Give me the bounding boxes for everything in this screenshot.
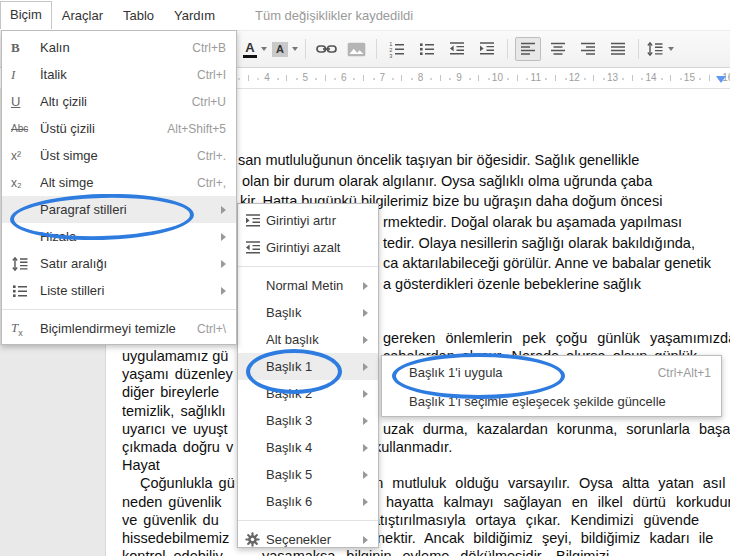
menu-item-baslik[interactable]: Başlık: [238, 299, 378, 326]
increase-indent-button[interactable]: [474, 37, 500, 61]
menu-item-alti-cizili[interactable]: UAltı çiziliCtrl+U: [2, 88, 236, 115]
menu-separator: [238, 266, 378, 267]
toolbar-separator: [376, 39, 377, 59]
format-menu: BKalınCtrl+BIİtalikCtrl+IUAltı çiziliCtr…: [1, 30, 237, 345]
menu-item-alt-baslik[interactable]: Alt başlık: [238, 326, 378, 353]
menu-item-kalin[interactable]: BKalınCtrl+B: [2, 34, 236, 61]
ruler-number: 7: [379, 72, 385, 83]
menu-shortcut-label: Ctrl+U: [192, 95, 236, 109]
menu-item-girintiyi-artir[interactable]: Girintiyi artır: [238, 207, 378, 234]
menu-item-secenekler[interactable]: Seçenekler: [238, 526, 378, 553]
ruler-number: 4: [264, 72, 270, 83]
text-color-icon: A: [243, 41, 257, 58]
align-justify-button[interactable]: [605, 37, 631, 61]
underline-icon: U: [2, 94, 40, 109]
document-text-line: olan bir durum olarak algılanır. Oysa sa…: [242, 173, 652, 189]
insert-link-button[interactable]: [313, 37, 339, 61]
menu-item-baslik-1[interactable]: Başlık 1: [238, 353, 378, 380]
save-status-label: Tüm değişiklikler kaydedildi: [255, 8, 413, 23]
submenu-arrow-icon: [363, 471, 368, 479]
dropdown-arrow-icon: [261, 47, 267, 51]
menu-item-label: Başlık 3: [266, 413, 363, 428]
ruler-tick: [248, 75, 249, 81]
menu-item-bicimlendirmeyi-temizle[interactable]: TxBiçimlendirmeyi temizleCtrl+\: [2, 315, 236, 342]
document-text-line: gereken önlemlerin pek çoğu günlük yaşam…: [383, 330, 730, 346]
insert-image-button[interactable]: [343, 37, 369, 61]
dropdown-arrow-icon: [292, 47, 298, 51]
menu-item-baslik-6[interactable]: Başlık 6: [238, 488, 378, 515]
menu-bar: BiçimAraçlarTabloYardımTüm değişiklikler…: [0, 0, 730, 30]
bulleted-list-button[interactable]: [414, 37, 440, 61]
menu-item-label: Altı çizili: [40, 94, 192, 109]
menu-item-label: Girintiyi artır: [266, 213, 378, 228]
menu-item-normal-metin[interactable]: Normal Metin: [238, 272, 378, 299]
align-right-button[interactable]: [575, 37, 601, 61]
ruler-tick: [478, 75, 479, 81]
menu-item-girintiyi-azalt[interactable]: Girintiyi azalt: [238, 234, 378, 261]
document-text-line: a gösterdikleri özenle bebeklerine sağlı…: [383, 276, 641, 292]
menubar-item-araclar[interactable]: Araçlar: [52, 2, 113, 29]
menu-item-label: Satır aralığı: [40, 256, 221, 271]
menu-item-i-talik[interactable]: IİtalikCtrl+I: [2, 61, 236, 88]
menu-item-satir-araligi[interactable]: Satır aralığı: [2, 250, 236, 277]
menu-item-baslik-4[interactable]: Başlık 4: [238, 434, 378, 461]
superscript-icon: x²: [2, 149, 40, 163]
ruler-tick: [526, 78, 528, 80]
menu-item-baslik-1-i-uygula[interactable]: Başlık 1'i uygulaCtrl+Alt+1: [382, 358, 721, 387]
menu-item-liste-stilleri[interactable]: Liste stilleri: [2, 277, 236, 304]
heading1-submenu: Başlık 1'i uygulaCtrl+Alt+1Başlık 1'i se…: [381, 355, 722, 417]
menubar-item-tablo[interactable]: Tablo: [113, 2, 164, 29]
ruler-tick: [296, 78, 298, 80]
right-indent-marker-icon[interactable]: [716, 76, 726, 83]
submenu-arrow-icon: [363, 309, 368, 317]
menu-item-label: Liste stilleri: [40, 283, 221, 298]
menu-item-label: Hizala: [40, 229, 221, 244]
paragraph-styles-submenu: Girintiyi artırGirintiyi azaltNormal Met…: [237, 203, 379, 548]
document-text-line: hissedebilmemiz: [122, 530, 229, 546]
text-color-button[interactable]: A: [242, 37, 268, 61]
document-text-line: Hayat: [122, 457, 160, 473]
ruler-number: 6: [341, 72, 347, 83]
menu-item-alt-simge[interactable]: x₂Alt simgeCtrl+,: [2, 169, 236, 196]
menu-item-baslik-3[interactable]: Başlık 3: [238, 407, 378, 434]
numbered-list-button[interactable]: 123: [384, 37, 410, 61]
document-text-line: fin mutluluk olduğu varsayılır. Oysa alt…: [368, 475, 725, 491]
submenu-arrow-icon: [363, 498, 368, 506]
menu-shortcut-label: Ctrl+Alt+1: [658, 366, 721, 380]
highlight-color-button[interactable]: A: [272, 37, 298, 61]
align-justify-icon: [609, 40, 627, 58]
menubar-item-bicim[interactable]: Biçim: [0, 1, 52, 29]
menu-item-paragraf-stilleri[interactable]: Paragraf stilleri: [2, 196, 236, 223]
align-left-button[interactable]: [515, 37, 541, 61]
clear-formatting-icon: Tx: [2, 320, 40, 338]
svg-text:3: 3: [389, 53, 392, 58]
italic-icon: I: [2, 67, 40, 83]
toolbar-separator: [638, 39, 639, 59]
document-text-line: hayatta kalmayı sağlayan en ilkel dürtü …: [386, 494, 730, 510]
submenu-arrow-icon: [363, 336, 368, 344]
menu-item-ust-simge[interactable]: x²Üst simgeCtrl+.: [2, 142, 236, 169]
menu-item-label: Başlık 4: [266, 440, 363, 455]
submenu-arrow-icon: [363, 390, 368, 398]
menubar-item-yardim[interactable]: Yardım: [164, 2, 225, 29]
menu-item-baslik-2[interactable]: Başlık 2: [238, 380, 378, 407]
ruler-tick: [603, 78, 605, 80]
line-spacing-button[interactable]: [646, 37, 674, 61]
align-center-button[interactable]: [545, 37, 571, 61]
menu-item-hizala[interactable]: Hizala: [2, 223, 236, 250]
document-text-line: uzak durma, kazalardan korunma, sorunlar…: [383, 421, 730, 437]
menu-item-ustu-cizili[interactable]: AbcÜstü çiziliAlt+Shift+5: [2, 115, 236, 142]
menu-item-label: Başlık 1'i seçimle eşleşecek şekilde gün…: [409, 394, 721, 409]
indent-decrease-icon: [238, 239, 266, 257]
decrease-indent-button[interactable]: [444, 37, 470, 61]
menu-item-baslik-5[interactable]: Başlık 5: [238, 461, 378, 488]
ruler-tick: [680, 78, 682, 80]
submenu-arrow-icon: [363, 417, 368, 425]
ruler-tick: [430, 78, 432, 80]
ruler-tick: [392, 78, 394, 80]
menu-item-label: Başlık 1'i uygula: [409, 365, 658, 380]
menu-item-label: Alt simge: [40, 175, 197, 190]
menu-item-baslik-1-i-secimle-eslesecek-sekilde-guncelle[interactable]: Başlık 1'i seçimle eşleşecek şekilde gün…: [382, 387, 721, 416]
highlight-color-icon: A: [272, 42, 288, 57]
submenu-arrow-icon: [363, 282, 368, 290]
